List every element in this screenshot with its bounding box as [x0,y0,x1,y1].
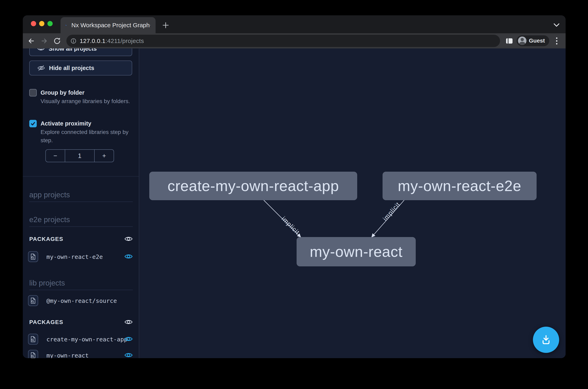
browser-toolbar: 127.0.0.1:4211/projects Guest [23,33,566,48]
svg-text:N: N [65,25,66,26]
nx-favicon-icon: N x [65,21,67,29]
project-name: my-own-react [46,352,89,358]
plus-icon [162,22,169,29]
group-by-folder-checkbox[interactable] [29,89,37,97]
project-file-icon [31,352,36,358]
eye-icon [37,48,45,51]
forward-arrow-icon [40,37,48,45]
reload-button[interactable] [53,37,61,45]
section-header-app-projects: app projects [29,191,133,202]
project-detail-button[interactable] [28,295,38,306]
macos-close-button[interactable] [31,21,36,26]
download-icon [540,333,552,346]
eye-off-icon [37,65,45,71]
graph-canvas[interactable]: implicitimplicit create-my-own-react-app… [139,48,566,358]
download-graph-button[interactable] [533,327,559,353]
packages-group-e2e: PACKAGES [29,235,133,244]
option-description: Explore connected libraries step by step… [40,128,136,144]
new-tab-button[interactable] [161,21,170,30]
tab-search-button[interactable] [552,21,561,29]
option-activate-proximity: Activate proximity Explore connected lib… [29,119,131,144]
browser-tabstrip: N x Nx Workspace Project Graph [23,15,566,33]
project-list-item[interactable]: my-own-react [28,350,133,358]
graph-edges: implicitimplicit [139,48,566,358]
activate-proximity-checkbox[interactable] [29,120,37,127]
side-panel-button[interactable] [505,37,514,45]
project-visibility-icon[interactable] [124,253,133,259]
project-file-icon [31,336,36,342]
graph-node-my-own-react[interactable]: my-own-react [297,237,416,266]
browser-tab[interactable]: N x Nx Workspace Project Graph [61,17,156,33]
avatar [518,36,526,45]
stepper-decrement-button[interactable]: − [46,150,65,162]
project-name: create-my-own-react-app [46,336,128,343]
project-detail-button[interactable] [28,251,38,262]
section-header-e2e-projects: e2e projects [29,216,133,227]
project-visibility-icon[interactable] [124,352,133,358]
graph-edge-label: implicit [280,215,301,236]
graph-node-create-my-own-react-app[interactable]: create-my-own-react-app [149,172,357,200]
option-description: Visually arrange libraries by folders. [40,97,136,105]
forward-button[interactable] [40,37,48,45]
profile-label: Guest [529,37,545,44]
url-host: 127.0.0.1 [80,37,105,44]
sidebar: Show all projects Hide all projects Grou… [23,48,139,358]
macos-minimize-button[interactable] [39,21,44,26]
option-label: Group by folder [40,88,131,97]
svg-text:x: x [66,25,67,26]
browser-menu-button[interactable] [553,37,561,45]
tab-close-icon[interactable] [150,23,151,28]
side-panel-icon [506,37,513,44]
proximity-stepper: − 1 + [45,149,114,162]
address-bar[interactable]: 127.0.0.1:4211/projects [66,35,500,47]
browser-window: N x Nx Workspace Project Graph [23,15,566,358]
hide-all-projects-button[interactable]: Hide all projects [29,61,132,75]
kebab-menu-icon [555,36,558,45]
site-info-icon[interactable] [70,37,77,44]
chevron-down-icon [553,23,560,27]
back-arrow-icon [27,37,35,45]
stepper-increment-button[interactable]: + [94,150,114,162]
project-detail-button[interactable] [28,350,38,358]
project-file-icon [31,254,36,260]
profile-button[interactable]: Guest [517,35,549,46]
project-name: @my-own-react/source [46,297,117,304]
url-path: :4211/projects [105,37,144,44]
packages-label: PACKAGES [29,236,63,242]
check-icon [30,121,36,126]
packages-label: PACKAGES [29,319,63,325]
section-header-lib-projects: lib projects [29,279,133,290]
show-all-projects-label: Show all projects [49,48,97,52]
show-all-projects-button[interactable]: Show all projects [29,48,132,56]
macos-maximize-button[interactable] [47,21,53,26]
project-visibility-icon[interactable] [124,336,133,342]
back-button[interactable] [27,37,35,45]
project-name: my-own-react-e2e [46,253,103,260]
screenshot-root: N x Nx Workspace Project Graph [0,0,588,389]
sidebar-divider [23,176,139,177]
project-list-item[interactable]: my-own-react-e2e [28,251,133,263]
project-list-item[interactable]: @my-own-react/source [28,295,133,307]
option-group-by-folder: Group by folder Visually arrange librari… [29,88,131,105]
stepper-value: 1 [65,150,94,162]
option-label: Activate proximity [40,119,131,128]
tab-title: Nx Workspace Project Graph [71,22,150,29]
packages-group-lib: PACKAGES [29,318,133,327]
graph-edge-label: implicit [382,201,401,222]
reload-icon [53,37,61,45]
page-content: Show all projects Hide all projects Grou… [23,48,566,358]
graph-node-my-own-react-e2e[interactable]: my-own-react-e2e [383,172,537,200]
project-file-icon [31,298,36,304]
project-list-item[interactable]: create-my-own-react-app [28,334,133,345]
project-detail-button[interactable] [28,334,38,345]
hide-all-projects-label: Hide all projects [49,65,94,71]
url-text: 127.0.0.1:4211/projects [80,37,144,44]
toggle-all-visibility-icon[interactable] [124,236,133,242]
toggle-all-visibility-icon[interactable] [124,319,133,325]
